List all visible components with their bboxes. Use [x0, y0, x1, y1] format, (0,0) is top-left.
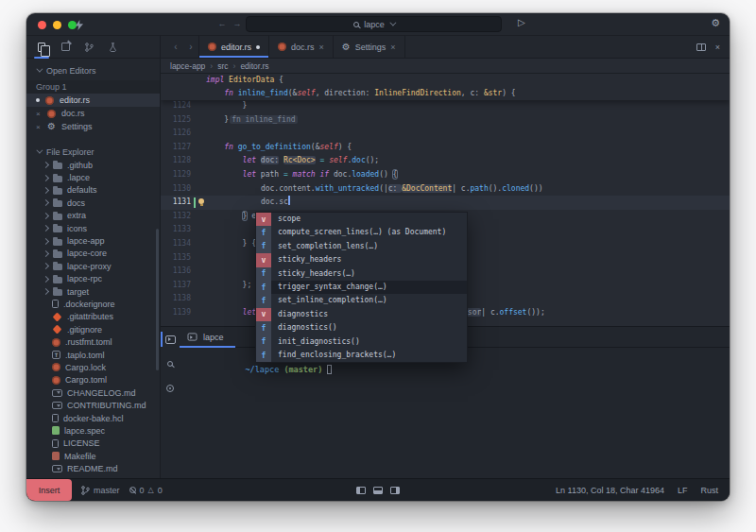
file-tree-item[interactable]: docs	[26, 197, 160, 209]
forward-arrow-icon[interactable]: →	[231, 17, 244, 31]
file-tree-item[interactable]: .gitignore	[26, 323, 160, 335]
completion-item[interactable]: ffind_enclosing_brackets(…)	[256, 349, 467, 362]
file-tree-item[interactable]: defaults	[26, 184, 160, 197]
code-line[interactable]: 1125}fn inline_find	[161, 113, 730, 128]
completion-item[interactable]: fsticky_headers(…)	[256, 267, 467, 281]
plugins-icon[interactable]	[58, 36, 73, 59]
close-tab-icon[interactable]: ×	[319, 43, 324, 52]
editor-mode-badge[interactable]: Insert	[26, 479, 72, 501]
completion-item[interactable]: fcompute_screen_lines(…) (as Document)	[256, 226, 467, 239]
open-editors-header[interactable]: Open Editors	[26, 63, 160, 77]
file-tree-item[interactable]: .dockerignore	[26, 298, 160, 310]
line-ending[interactable]: LF	[678, 486, 688, 495]
back-arrow-icon[interactable]: ←	[215, 17, 229, 31]
toggle-left-panel-icon[interactable]	[356, 487, 366, 494]
debug-icon[interactable]	[105, 36, 120, 59]
file-explorer-header[interactable]: File Explorer	[26, 145, 160, 159]
code-line[interactable]: 1130doc.content.with_untracked(|c: &DocC…	[161, 182, 730, 197]
tab-editor.rs[interactable]: editor.rs	[198, 36, 269, 58]
file-tree-item[interactable]: README.md	[26, 462, 160, 474]
file-tree-item[interactable]: .lapce	[26, 171, 160, 183]
breadcrumb-item[interactable]: editor.rs	[240, 61, 268, 71]
command-palette-button[interactable]: lapce	[246, 16, 502, 32]
breadcrumb-item[interactable]: src	[217, 61, 228, 71]
code-token: EditorData	[229, 76, 274, 84]
sidebar-scrollbar[interactable]	[156, 229, 159, 370]
open-editor-item[interactable]: ×⚙Settings	[26, 120, 160, 133]
cursor-position[interactable]: Ln 1130, Col 18, Char 41964	[556, 486, 664, 495]
toggle-bottom-panel-icon[interactable]	[373, 487, 383, 494]
language-mode[interactable]: Rust	[700, 486, 718, 495]
panel-toggles	[356, 487, 400, 494]
file-explorer-icon[interactable]	[34, 36, 49, 59]
open-editor-item[interactable]: ×doc.rs	[26, 107, 160, 120]
code-token: {	[393, 170, 398, 179]
file-tree-item[interactable]: Cargo.lock	[26, 361, 160, 373]
file-tree-item[interactable]: T.taplo.toml	[26, 349, 160, 361]
code-line[interactable]: 1126	[161, 127, 730, 141]
file-tree-item[interactable]: Cargo.toml	[26, 374, 160, 386]
code-line[interactable]: 1127fn go_to_definition(&self) {	[161, 141, 730, 155]
completion-item[interactable]: ftrigger_syntax_change(…)	[256, 281, 467, 294]
code-line[interactable]: 1128let doc: Rc<Doc> = self.doc();	[161, 154, 730, 168]
file-tree-item[interactable]: CHANGELOG.md	[26, 386, 160, 399]
completion-item[interactable]: vscope	[256, 213, 467, 226]
code-line-text: let path = match if doc.loaded() {	[243, 168, 398, 182]
spec-icon	[52, 426, 60, 435]
open-editor-item[interactable]: editor.rs	[26, 94, 160, 107]
run-icon[interactable]: ▷	[518, 17, 525, 27]
completion-item[interactable]: fset_completion_lens(…)	[256, 240, 467, 253]
problems-icon[interactable]	[161, 376, 180, 401]
settings-gear-icon[interactable]: ⚙	[711, 17, 720, 29]
completion-item[interactable]: vsticky_headers	[256, 253, 467, 266]
split-editor-icon[interactable]	[696, 43, 706, 51]
file-tree-item[interactable]: .github	[26, 159, 160, 171]
lightbulb-icon[interactable]	[198, 198, 204, 204]
file-tree-item[interactable]: Makefile	[26, 450, 160, 462]
tab-doc.rs[interactable]: doc.rs×	[269, 36, 334, 58]
terminal-icon[interactable]	[161, 327, 180, 352]
close-tab-icon[interactable]: ×	[390, 43, 395, 52]
file-tree-item[interactable]: target	[26, 285, 160, 298]
breadcrumb-item[interactable]: lapce-app	[170, 61, 205, 71]
file-tree-item[interactable]: lapce-proxy	[26, 260, 160, 272]
completion-item[interactable]: fset_inline_completion(…)	[256, 294, 467, 307]
file-tree-item[interactable]: icons	[26, 222, 160, 234]
file-tree-item[interactable]: lapce-app	[26, 234, 160, 247]
file-tree-item[interactable]: lapce-core	[26, 248, 160, 260]
code-token: fn inline_find	[230, 115, 297, 124]
code-token	[288, 196, 290, 205]
close-window-button[interactable]	[38, 21, 46, 29]
close-icon[interactable]: ×	[715, 43, 720, 52]
source-control-icon[interactable]	[81, 36, 96, 59]
file-tree-item[interactable]: .gitattributes	[26, 311, 160, 323]
toggle-right-panel-icon[interactable]	[390, 487, 400, 494]
code-line[interactable]: 1124}	[161, 99, 730, 113]
code-line[interactable]: 1131doc.sc	[161, 196, 730, 210]
file-tree-item[interactable]: lapce.spec	[26, 424, 160, 437]
completion-item[interactable]: fdiagnostics()	[256, 321, 467, 335]
minimize-window-button[interactable]	[53, 21, 61, 29]
tab-Settings[interactable]: ⚙Settings×	[334, 36, 405, 58]
code-line[interactable]: 1129let path = match if doc.loaded() {	[161, 168, 730, 182]
file-tree-item[interactable]: CONTRIBUTING.md	[26, 399, 160, 411]
search-icon	[353, 22, 359, 27]
chevron-right-icon	[43, 276, 49, 283]
close-editor-icon[interactable]: ×	[36, 123, 42, 131]
tabs-forward-icon[interactable]: ›	[183, 36, 198, 58]
file-tree-item[interactable]: docker-bake.hcl	[26, 412, 160, 424]
tabs-back-icon[interactable]: ‹	[168, 36, 183, 58]
git-branch-item[interactable]: master	[81, 486, 120, 495]
file-tree-item[interactable]: .rustfmt.toml	[26, 335, 160, 348]
file-tree-item[interactable]: LICENSE	[26, 438, 160, 450]
completion-item[interactable]: vdiagnostics	[256, 308, 467, 321]
problems-item[interactable]: 0 △ 0	[129, 486, 163, 495]
file-tree-item[interactable]: extra	[26, 210, 160, 222]
search-icon[interactable]	[161, 352, 180, 376]
terminal-tab[interactable]: lapce	[180, 327, 235, 347]
close-editor-icon[interactable]: ×	[36, 110, 42, 118]
completion-item[interactable]: finit_diagnostics()	[256, 335, 467, 349]
chevron-right-icon	[43, 250, 49, 257]
file-tree-item[interactable]: lapce-rpc	[26, 273, 160, 285]
zoom-window-button[interactable]	[68, 21, 77, 29]
